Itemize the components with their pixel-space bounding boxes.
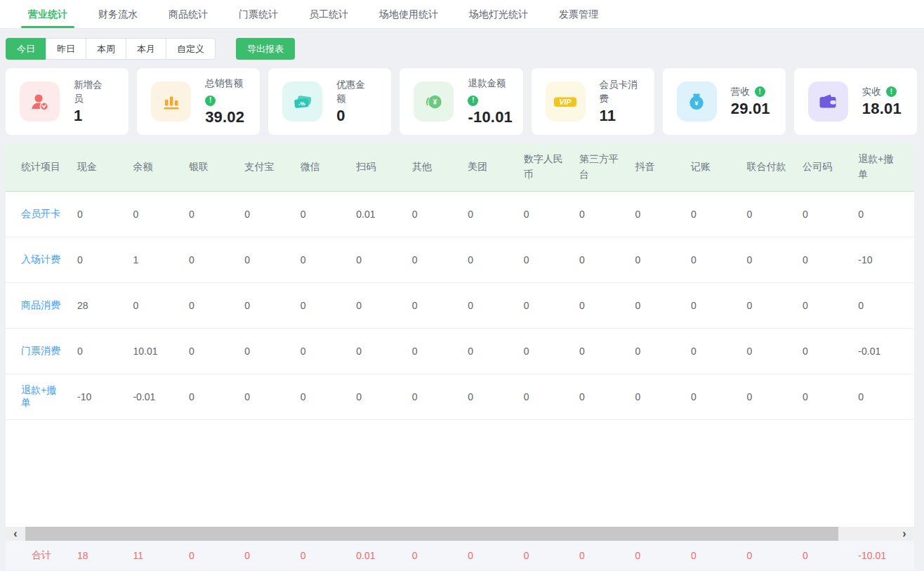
cell: 0 bbox=[189, 237, 244, 282]
totals-cell: 0 bbox=[691, 541, 746, 571]
stat-card-text: 会员卡消费11 bbox=[600, 78, 641, 125]
tab-0[interactable]: 营业统计 bbox=[13, 0, 83, 28]
cell: 0 bbox=[579, 191, 635, 237]
row-name-link[interactable]: 退款+撤单 bbox=[6, 374, 77, 419]
date-range-button-2[interactable]: 本周 bbox=[86, 38, 126, 60]
cell: 28 bbox=[77, 282, 133, 328]
stat-card-label: 营收 bbox=[731, 85, 750, 99]
cell: 0 bbox=[524, 282, 579, 328]
info-icon[interactable]: ! bbox=[886, 86, 897, 97]
stat-card-label: 会员卡消费 bbox=[600, 78, 641, 105]
totals-cell: 0.01 bbox=[356, 541, 411, 571]
cell: 0 bbox=[244, 237, 300, 282]
table-row-2: 商品消费2800000000000000 bbox=[6, 282, 914, 328]
cell: 0 bbox=[468, 282, 523, 328]
tab-6[interactable]: 场地灯光统计 bbox=[454, 0, 543, 28]
cell: 0 bbox=[468, 191, 523, 237]
scrollbar-thumb[interactable] bbox=[25, 527, 838, 541]
cell: 0 bbox=[524, 191, 579, 237]
cell: 0 bbox=[579, 237, 635, 282]
cell: 0 bbox=[468, 328, 523, 374]
date-range-group: 今日昨日本周本月自定义 bbox=[6, 38, 216, 60]
export-report-button[interactable]: 导出报表 bbox=[236, 38, 295, 60]
cell: 0 bbox=[579, 328, 635, 374]
discount-coupon-icon: -% bbox=[282, 81, 322, 122]
info-icon[interactable]: ! bbox=[205, 96, 216, 106]
stat-card-text: 新增会员1 bbox=[74, 78, 104, 125]
info-icon[interactable]: ! bbox=[755, 86, 765, 97]
cell: 0 bbox=[803, 374, 858, 419]
tab-1[interactable]: 财务流水 bbox=[83, 0, 153, 28]
row-name-link[interactable]: 会员开卡 bbox=[6, 191, 77, 237]
cell: 0 bbox=[691, 282, 746, 328]
table-row-1: 入场计费01000000000000-10 bbox=[6, 237, 914, 282]
svg-text:¥: ¥ bbox=[433, 98, 437, 105]
table-header-row: 统计项目现金余额银联支付宝微信扫码其他美团数字人民币第三方平台抖音记账联合付款公… bbox=[6, 143, 914, 191]
tab-bar: 营业统计财务流水商品统计门票统计员工统计场地使用统计场地灯光统计发票管理 bbox=[0, 0, 924, 29]
cell: 0 bbox=[468, 374, 523, 419]
date-range-button-3[interactable]: 本月 bbox=[126, 38, 166, 60]
totals-row: 合计18110000.0100000000-10.01 bbox=[6, 541, 914, 571]
tab-7[interactable]: 发票管理 bbox=[543, 0, 614, 28]
totals-cell: 0 bbox=[301, 541, 356, 571]
totals-table: 合计18110000.0100000000-10.01 bbox=[6, 541, 914, 571]
moneybag-icon: ¥ bbox=[677, 81, 717, 122]
cell: -10 bbox=[77, 374, 133, 419]
cell: 0 bbox=[746, 191, 802, 237]
horizontal-scrollbar[interactable]: ‹ › bbox=[6, 527, 914, 541]
tab-5[interactable]: 场地使用统计 bbox=[364, 0, 454, 28]
date-range-button-1[interactable]: 昨日 bbox=[46, 38, 86, 60]
totals-cell: 0 bbox=[579, 541, 635, 571]
column-header-2: 余额 bbox=[133, 143, 188, 191]
stat-card-text: 优惠金额0 bbox=[336, 78, 367, 125]
row-name-link[interactable]: 门票消费 bbox=[6, 328, 77, 374]
date-range-button-4[interactable]: 自定义 bbox=[166, 38, 216, 60]
tab-3[interactable]: 门票统计 bbox=[223, 0, 293, 28]
scroll-left-icon[interactable]: ‹ bbox=[6, 527, 25, 541]
row-name-link[interactable]: 商品消费 bbox=[6, 282, 77, 328]
tab-4[interactable]: 员工统计 bbox=[293, 0, 364, 28]
cell: 0 bbox=[691, 328, 746, 374]
cell: -10 bbox=[858, 237, 914, 282]
vip-icon: VIP bbox=[546, 81, 586, 122]
stat-card-5: ¥营收!29.01 bbox=[663, 68, 786, 135]
stat-card-6: 实收!18.01 bbox=[794, 68, 917, 135]
table-row-3: 门票消费010.01000000000000-0.01 bbox=[6, 328, 914, 374]
scrollbar-track[interactable] bbox=[25, 527, 895, 541]
cell: -0.01 bbox=[133, 374, 188, 419]
scroll-right-icon[interactable]: › bbox=[895, 527, 914, 541]
cell: 0 bbox=[356, 328, 411, 374]
stat-card-label: 退款金额 bbox=[468, 77, 513, 91]
row-name-link[interactable]: 入场计费 bbox=[6, 237, 77, 282]
totals-cell: 0 bbox=[746, 541, 802, 571]
cell: 0 bbox=[579, 282, 635, 328]
table-body: 会员开卡000000.01000000000入场计费01000000000000… bbox=[6, 191, 914, 419]
column-header-13: 联合付款 bbox=[746, 143, 802, 191]
cell: 0 bbox=[635, 374, 691, 419]
cell: 0 bbox=[412, 191, 468, 237]
stat-card-label-row: 实收! bbox=[862, 85, 902, 99]
svg-text:¥: ¥ bbox=[695, 99, 699, 107]
totals-cell: 18 bbox=[77, 541, 133, 571]
stat-card-value: 11 bbox=[600, 107, 641, 125]
tab-label: 门票统计 bbox=[239, 8, 278, 20]
cell: 0 bbox=[635, 237, 691, 282]
totals-cell: 0 bbox=[635, 541, 691, 571]
tab-2[interactable]: 商品统计 bbox=[153, 0, 223, 28]
cell: 0 bbox=[244, 191, 300, 237]
stat-card-3: ¥退款金额!-10.01 bbox=[400, 68, 522, 135]
cell: 0 bbox=[635, 328, 691, 374]
cell: 0 bbox=[524, 237, 579, 282]
totals-cell: -10.01 bbox=[858, 541, 914, 571]
cell: 0 bbox=[356, 374, 411, 419]
cell: 0 bbox=[858, 374, 914, 419]
stat-card-text: 退款金额!-10.01 bbox=[468, 77, 513, 126]
cell: 0 bbox=[858, 191, 914, 237]
cell: 0 bbox=[746, 237, 802, 282]
stat-card-label: 优惠金额 bbox=[336, 78, 367, 105]
date-range-button-0[interactable]: 今日 bbox=[6, 38, 46, 60]
info-icon[interactable]: ! bbox=[468, 96, 478, 106]
member-add-icon bbox=[20, 81, 60, 122]
sales-chart-icon bbox=[151, 81, 191, 122]
tab-label: 财务流水 bbox=[98, 8, 138, 20]
